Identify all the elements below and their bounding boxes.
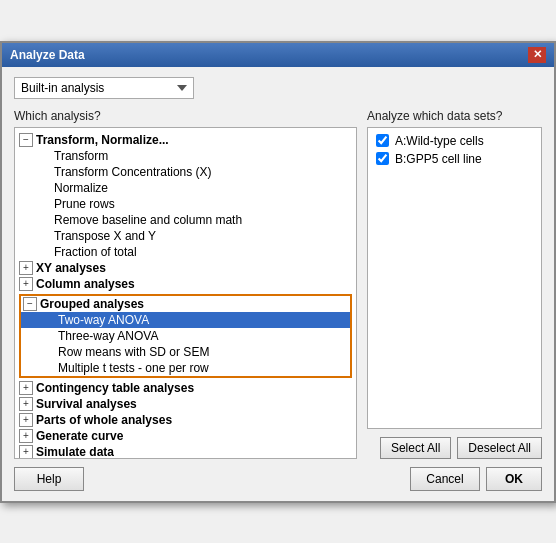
deselect-all-button[interactable]: Deselect All <box>457 437 542 459</box>
tree-item-fraction[interactable]: Fraction of total <box>17 244 354 260</box>
tree-item-normalize[interactable]: Normalize <box>17 180 354 196</box>
ok-button[interactable]: OK <box>486 467 542 491</box>
tree-label-generate: Generate curve <box>36 429 123 443</box>
tree-label-parts: Parts of whole analyses <box>36 413 172 427</box>
spacer <box>37 229 51 243</box>
tree-label-normalize: Normalize <box>54 181 108 195</box>
tree-item-transform-item[interactable]: Transform <box>17 148 354 164</box>
final-button-row: Help Cancel OK <box>14 467 542 491</box>
analysis-tree[interactable]: − Transform, Normalize... Transform Tran… <box>14 127 357 459</box>
dataset-list: A:Wild-type cells B:GPP5 cell line <box>367 127 542 429</box>
tree-label-survival: Survival analyses <box>36 397 137 411</box>
expander-xy[interactable]: + <box>19 261 33 275</box>
tree-item-transform[interactable]: − Transform, Normalize... <box>17 132 354 148</box>
dataset-a-label: A:Wild-type cells <box>395 134 484 148</box>
tree-label-column: Column analyses <box>36 277 135 291</box>
tree-item-grouped[interactable]: − Grouped analyses <box>21 296 350 312</box>
tree-item-two-way-anova[interactable]: Two-way ANOVA <box>21 312 350 328</box>
left-panel: Which analysis? − Transform, Normalize..… <box>14 109 357 459</box>
title-bar: Analyze Data ✕ <box>2 43 554 67</box>
expander-simulate[interactable]: + <box>19 445 33 459</box>
expander-generate[interactable]: + <box>19 429 33 443</box>
dataset-a-checkbox[interactable] <box>376 134 389 147</box>
tree-item-transform-conc[interactable]: Transform Concentrations (X) <box>17 164 354 180</box>
two-panel: Which analysis? − Transform, Normalize..… <box>14 109 542 459</box>
help-button[interactable]: Help <box>14 467 84 491</box>
dataset-b-row: B:GPP5 cell line <box>376 152 533 166</box>
tree-label-multiple-t: Multiple t tests - one per row <box>58 361 209 375</box>
dataset-a-row: A:Wild-type cells <box>376 134 533 148</box>
expander-column[interactable]: + <box>19 277 33 291</box>
tree-label-remove-baseline: Remove baseline and column math <box>54 213 242 227</box>
dataset-b-checkbox[interactable] <box>376 152 389 165</box>
tree-label-simulate: Simulate data <box>36 445 114 459</box>
spacer <box>37 149 51 163</box>
dialog-body: Built-in analysis Which analysis? − Tran… <box>2 67 554 501</box>
right-panel-label: Analyze which data sets? <box>367 109 542 123</box>
dropdown-row: Built-in analysis <box>14 77 542 99</box>
tree-item-remove-baseline[interactable]: Remove baseline and column math <box>17 212 354 228</box>
tree-label-two-way-anova: Two-way ANOVA <box>58 313 149 327</box>
spacer <box>37 245 51 259</box>
tree-item-parts[interactable]: + Parts of whole analyses <box>17 412 354 428</box>
tree-item-survival[interactable]: + Survival analyses <box>17 396 354 412</box>
spacer <box>41 329 55 343</box>
tree-item-multiple-t[interactable]: Multiple t tests - one per row <box>21 360 350 376</box>
tree-label-xy: XY analyses <box>36 261 106 275</box>
expander-transform[interactable]: − <box>19 133 33 147</box>
tree-label-fraction: Fraction of total <box>54 245 137 259</box>
spacer <box>37 213 51 227</box>
tree-label-row-means: Row means with SD or SEM <box>58 345 209 359</box>
tree-item-transpose[interactable]: Transpose X and Y <box>17 228 354 244</box>
expander-survival[interactable]: + <box>19 397 33 411</box>
tree-item-three-way-anova[interactable]: Three-way ANOVA <box>21 328 350 344</box>
analyze-data-dialog: Analyze Data ✕ Built-in analysis Which a… <box>0 41 556 503</box>
dataset-button-row: Select All Deselect All <box>367 437 542 459</box>
expander-contingency[interactable]: + <box>19 381 33 395</box>
spacer <box>37 197 51 211</box>
tree-label-transform: Transform, Normalize... <box>36 133 169 147</box>
grouped-box: − Grouped analyses Two-way ANOVA Three-w… <box>19 294 352 378</box>
tree-item-row-means[interactable]: Row means with SD or SEM <box>21 344 350 360</box>
tree-label-transform-conc: Transform Concentrations (X) <box>54 165 212 179</box>
tree-label-three-way-anova: Three-way ANOVA <box>58 329 158 343</box>
tree-label-contingency: Contingency table analyses <box>36 381 194 395</box>
tree-item-xy[interactable]: + XY analyses <box>17 260 354 276</box>
tree-item-prune[interactable]: Prune rows <box>17 196 354 212</box>
right-panel: Analyze which data sets? A:Wild-type cel… <box>367 109 542 459</box>
spacer <box>41 313 55 327</box>
cancel-button[interactable]: Cancel <box>410 467 480 491</box>
left-panel-label: Which analysis? <box>14 109 357 123</box>
tree-item-simulate[interactable]: + Simulate data <box>17 444 354 459</box>
spacer <box>37 165 51 179</box>
expander-parts[interactable]: + <box>19 413 33 427</box>
spacer <box>41 345 55 359</box>
tree-item-generate[interactable]: + Generate curve <box>17 428 354 444</box>
dialog-title: Analyze Data <box>10 48 85 62</box>
tree-item-contingency[interactable]: + Contingency table analyses <box>17 380 354 396</box>
analysis-type-dropdown[interactable]: Built-in analysis <box>14 77 194 99</box>
tree-item-column[interactable]: + Column analyses <box>17 276 354 292</box>
dataset-b-label: B:GPP5 cell line <box>395 152 482 166</box>
expander-grouped[interactable]: − <box>23 297 37 311</box>
close-button[interactable]: ✕ <box>528 47 546 63</box>
spacer <box>37 181 51 195</box>
select-all-button[interactable]: Select All <box>380 437 451 459</box>
tree-label-transpose: Transpose X and Y <box>54 229 156 243</box>
tree-label-prune: Prune rows <box>54 197 115 211</box>
tree-label-transform-item: Transform <box>54 149 108 163</box>
tree-label-grouped: Grouped analyses <box>40 297 144 311</box>
spacer <box>41 361 55 375</box>
